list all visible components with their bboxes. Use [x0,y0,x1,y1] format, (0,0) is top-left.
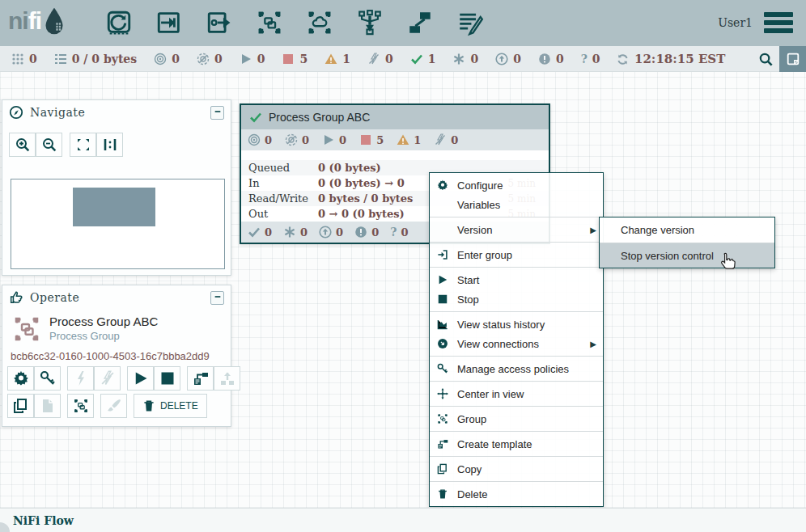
menu-item-start[interactable]: Start [430,270,603,289]
bulletin-panel-button[interactable] [779,46,806,72]
status-counters: 0 0 / 0 bytes 0 0 0 5 1 0 1 0 0 0 ?0 [0,53,600,65]
delete-button[interactable]: DELETE [134,394,207,418]
navigate-collapse-button[interactable] [210,106,224,120]
menu-item-enter-group[interactable]: Enter group [430,245,603,264]
selected-component: Process Group ABC Process Group [12,315,158,344]
pg-invalid-badge: 0 [434,133,458,146]
zoom-in-button[interactable] [9,133,36,157]
menu-item-view-connections[interactable]: View connections▶ [430,334,603,353]
zoom-out-button[interactable] [36,133,62,157]
menu-item-manage-access-policies[interactable]: Manage access policies [430,359,603,378]
pg-not-transmitting-badge: 0 [285,133,309,146]
copy-button[interactable] [7,394,34,418]
enable-button [67,366,94,391]
compass-icon [9,105,23,120]
upload-version-icon [219,370,235,386]
pg-sync-failure-badge: ?0 [390,226,408,239]
menu-item-group[interactable]: Group [430,409,603,429]
menu-separator [430,381,603,382]
menu-separator [430,217,603,217]
navigate-title: Navigate [30,106,85,119]
access-policies-button[interactable] [34,366,61,391]
play-icon [437,274,448,285]
start-button[interactable] [127,366,154,391]
update-version-button [214,366,240,391]
menu-item-center-in-view[interactable]: Center in view [430,384,603,403]
process-group-badges: 0 0 0 5 1 0 [241,129,549,150]
process-group-icon[interactable] [254,7,285,38]
navigate-header[interactable]: Navigate [2,100,231,125]
pg-modified-stale-badge: 0 [354,226,379,239]
locally-modified-icon [452,53,465,65]
chart-icon [437,319,448,330]
menu-item-delete[interactable]: Delete [430,484,603,504]
operate-buttons-row2: DELETE [7,394,207,418]
play-icon [133,370,149,386]
output-port-icon[interactable] [204,7,235,38]
operate-collapse-button[interactable] [210,291,224,305]
stopped-stat: 5 [282,53,308,65]
actual-size-button[interactable] [96,133,123,157]
hand-icon [9,290,23,305]
fit-view-icon [75,137,91,153]
menu-separator [430,431,603,432]
menu-item-create-template[interactable]: Create template [430,434,603,454]
trash-icon [437,488,448,500]
submenu-item-stop-version-control[interactable]: Stop version control [600,243,774,268]
remote-process-group-icon[interactable] [304,7,335,38]
panel-doc-icon [786,52,800,66]
invalid-stat: 0 [367,53,393,65]
menu-item-stop[interactable]: Stop [430,289,603,309]
modified-stale-icon [354,226,367,239]
template-icon [437,438,448,450]
brush-icon [106,398,122,414]
invalid-icon [434,133,447,146]
search-button[interactable] [753,46,779,72]
pg-running-badge: 0 [322,133,346,146]
modified-stale-icon [538,53,551,65]
process-group-icon [12,315,41,344]
group-icon [73,398,89,414]
fit-view-button[interactable] [70,133,96,157]
transmitting-icon [248,133,261,146]
menu-separator [430,406,603,407]
context-menu: Configure Variables Version▶ Enter group… [429,172,604,507]
bolt-slash-icon [100,370,116,386]
running-stat: 0 [240,53,265,65]
breadcrumb-bar: NiFi Flow [0,508,806,532]
submenu-item-change-version[interactable]: Change version [600,217,774,243]
version-check-icon [249,111,262,124]
menu-item-configure[interactable]: Configure [430,175,603,195]
group-button[interactable] [67,394,94,418]
active-threads-stat: 0 [11,53,37,65]
pg-stopped-badge: 5 [359,133,384,146]
template-icon[interactable] [405,7,435,38]
breadcrumb[interactable]: NiFi Flow [13,514,74,527]
operate-header[interactable]: Operate [2,285,231,310]
copy-icon [13,398,29,414]
menu-item-copy[interactable]: Copy [430,459,603,479]
stopped-icon [282,53,295,65]
menu-item-view-status-history[interactable]: View status history [430,315,603,334]
menu-item-version[interactable]: Version▶ [430,220,603,239]
not-transmitting-icon [197,53,210,65]
group-icon [437,413,448,424]
stop-button[interactable] [154,366,180,391]
no-icon [437,224,451,236]
refresh-icon[interactable] [617,53,629,65]
start-version-control-button[interactable] [187,366,214,391]
stop-icon [159,370,176,386]
label-icon[interactable] [455,7,486,38]
menu-item-variables[interactable]: Variables [430,195,603,214]
stop-icon [437,293,448,305]
birdseye-minimap[interactable] [11,179,225,269]
global-menu-icon[interactable] [764,12,793,33]
funnel-icon[interactable] [354,7,385,38]
configuration-button[interactable] [7,366,34,391]
input-port-icon[interactable] [154,7,185,38]
sync-failure-icon: ? [390,226,397,239]
flow-canvas[interactable]: Navigate Operate [0,72,806,508]
processor-icon[interactable] [104,7,134,38]
component-type: Process Group [49,330,158,342]
current-user[interactable]: User1 [718,16,753,29]
